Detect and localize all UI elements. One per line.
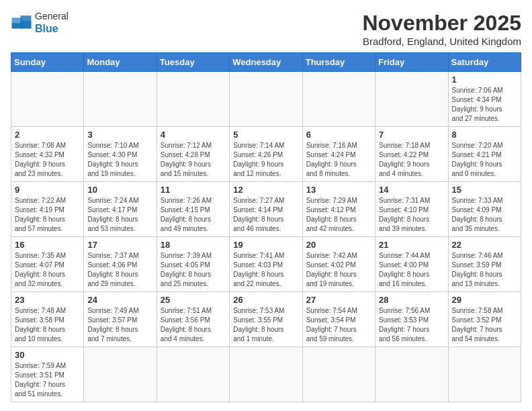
day-number: 14 [379,185,444,195]
weekday-header-sunday: Sunday [11,53,84,72]
day-number: 11 [161,185,226,195]
day-number: 28 [379,295,444,305]
calendar-cell [11,72,84,127]
day-info: Sunrise: 7:48 AM Sunset: 3:58 PM Dayligh… [15,306,80,344]
day-info: Sunrise: 7:18 AM Sunset: 4:22 PM Dayligh… [379,141,444,179]
calendar-cell [230,72,302,127]
calendar-cell: 12Sunrise: 7:27 AM Sunset: 4:14 PM Dayli… [230,182,302,237]
day-info: Sunrise: 7:35 AM Sunset: 4:07 PM Dayligh… [15,251,80,289]
calendar-cell [375,72,448,127]
calendar-cell: 18Sunrise: 7:39 AM Sunset: 4:05 PM Dayli… [157,237,229,292]
calendar-cell [302,72,375,127]
calendar-cell: 30Sunrise: 7:59 AM Sunset: 3:51 PM Dayli… [11,347,84,402]
calendar-cell [302,347,375,402]
day-number: 8 [452,130,517,140]
day-info: Sunrise: 7:31 AM Sunset: 4:10 PM Dayligh… [379,196,444,234]
day-info: Sunrise: 7:26 AM Sunset: 4:15 PM Dayligh… [161,196,226,234]
calendar-cell [230,347,302,402]
day-info: Sunrise: 7:56 AM Sunset: 3:53 PM Dayligh… [379,306,444,344]
calendar-cell: 11Sunrise: 7:26 AM Sunset: 4:15 PM Dayli… [157,182,229,237]
day-number: 23 [15,295,80,305]
calendar-week-3: 9Sunrise: 7:22 AM Sunset: 4:19 PM Daylig… [11,182,521,237]
calendar-cell: 4Sunrise: 7:12 AM Sunset: 4:28 PM Daylig… [157,127,229,182]
day-info: Sunrise: 7:49 AM Sunset: 3:57 PM Dayligh… [87,306,152,344]
calendar-week-5: 23Sunrise: 7:48 AM Sunset: 3:58 PM Dayli… [11,292,521,347]
day-number: 2 [15,130,80,140]
calendar-cell [157,347,229,402]
day-number: 21 [379,240,444,250]
weekday-header-thursday: Thursday [302,53,375,72]
day-number: 20 [306,240,371,250]
calendar-table: SundayMondayTuesdayWednesdayThursdayFrid… [11,52,521,402]
weekday-header-row: SundayMondayTuesdayWednesdayThursdayFrid… [11,53,521,72]
day-info: Sunrise: 7:29 AM Sunset: 4:12 PM Dayligh… [306,196,371,234]
calendar-cell: 22Sunrise: 7:46 AM Sunset: 3:59 PM Dayli… [448,237,521,292]
calendar-week-4: 16Sunrise: 7:35 AM Sunset: 4:07 PM Dayli… [11,237,521,292]
day-info: Sunrise: 7:39 AM Sunset: 4:05 PM Dayligh… [161,251,226,289]
calendar-cell: 20Sunrise: 7:42 AM Sunset: 4:02 PM Dayli… [302,237,375,292]
day-number: 6 [306,130,371,140]
calendar-cell: 23Sunrise: 7:48 AM Sunset: 3:58 PM Dayli… [11,292,84,347]
day-info: Sunrise: 7:12 AM Sunset: 4:28 PM Dayligh… [161,141,226,179]
calendar-cell [84,72,157,127]
calendar-cell: 19Sunrise: 7:41 AM Sunset: 4:03 PM Dayli… [230,237,302,292]
day-info: Sunrise: 7:14 AM Sunset: 4:26 PM Dayligh… [233,141,298,179]
day-info: Sunrise: 7:41 AM Sunset: 4:03 PM Dayligh… [233,251,298,289]
day-number: 29 [452,295,517,305]
day-number: 22 [452,240,517,250]
day-info: Sunrise: 7:27 AM Sunset: 4:14 PM Dayligh… [233,196,298,234]
calendar-cell: 3Sunrise: 7:10 AM Sunset: 4:30 PM Daylig… [84,127,157,182]
day-number: 13 [306,185,371,195]
calendar-cell [157,72,229,127]
day-number: 24 [87,295,152,305]
day-info: Sunrise: 7:58 AM Sunset: 3:52 PM Dayligh… [452,306,517,344]
calendar-cell: 21Sunrise: 7:44 AM Sunset: 4:00 PM Dayli… [375,237,448,292]
calendar-cell: 26Sunrise: 7:53 AM Sunset: 3:55 PM Dayli… [230,292,302,347]
calendar-cell: 14Sunrise: 7:31 AM Sunset: 4:10 PM Dayli… [375,182,448,237]
calendar-cell [448,347,521,402]
logo: General Blue [11,11,69,35]
weekday-header-friday: Friday [375,53,448,72]
calendar-cell: 25Sunrise: 7:51 AM Sunset: 3:56 PM Dayli… [157,292,229,347]
weekday-header-tuesday: Tuesday [157,53,229,72]
day-number: 12 [233,185,298,195]
calendar-cell: 10Sunrise: 7:24 AM Sunset: 4:17 PM Dayli… [84,182,157,237]
calendar-week-1: 1Sunrise: 7:06 AM Sunset: 4:34 PM Daylig… [11,72,521,127]
day-number: 4 [161,130,226,140]
weekday-header-saturday: Saturday [448,53,521,72]
day-number: 9 [15,185,80,195]
calendar-cell: 1Sunrise: 7:06 AM Sunset: 4:34 PM Daylig… [448,72,521,127]
page-header: General Blue November 2025 Bradford, Eng… [11,11,521,47]
day-number: 1 [452,75,517,85]
day-info: Sunrise: 7:08 AM Sunset: 4:32 PM Dayligh… [15,141,80,179]
day-info: Sunrise: 7:06 AM Sunset: 4:34 PM Dayligh… [452,86,517,124]
calendar-cell: 5Sunrise: 7:14 AM Sunset: 4:26 PM Daylig… [230,127,302,182]
logo-icon [11,13,32,32]
calendar-cell: 24Sunrise: 7:49 AM Sunset: 3:57 PM Dayli… [84,292,157,347]
day-number: 16 [15,240,80,250]
calendar-cell [84,347,157,402]
calendar-week-2: 2Sunrise: 7:08 AM Sunset: 4:32 PM Daylig… [11,127,521,182]
calendar-cell: 15Sunrise: 7:33 AM Sunset: 4:09 PM Dayli… [448,182,521,237]
calendar-cell: 7Sunrise: 7:18 AM Sunset: 4:22 PM Daylig… [375,127,448,182]
day-info: Sunrise: 7:20 AM Sunset: 4:21 PM Dayligh… [452,141,517,179]
day-info: Sunrise: 7:46 AM Sunset: 3:59 PM Dayligh… [452,251,517,289]
day-info: Sunrise: 7:24 AM Sunset: 4:17 PM Dayligh… [87,196,152,234]
svg-rect-4 [12,23,23,28]
day-number: 5 [233,130,298,140]
day-number: 3 [87,130,152,140]
day-info: Sunrise: 7:33 AM Sunset: 4:09 PM Dayligh… [452,196,517,234]
calendar-cell [375,347,448,402]
day-info: Sunrise: 7:10 AM Sunset: 4:30 PM Dayligh… [87,141,152,179]
day-number: 19 [233,240,298,250]
day-info: Sunrise: 7:54 AM Sunset: 3:54 PM Dayligh… [306,306,371,344]
day-info: Sunrise: 7:42 AM Sunset: 4:02 PM Dayligh… [306,251,371,289]
day-number: 10 [87,185,152,195]
calendar-cell: 6Sunrise: 7:16 AM Sunset: 4:24 PM Daylig… [302,127,375,182]
month-title: November 2025 [362,11,521,36]
weekday-header-wednesday: Wednesday [230,53,302,72]
day-number: 15 [452,185,517,195]
calendar-header: SundayMondayTuesdayWednesdayThursdayFrid… [11,53,521,72]
day-info: Sunrise: 7:16 AM Sunset: 4:24 PM Dayligh… [306,141,371,179]
title-area: November 2025 Bradford, England, United … [362,11,521,47]
